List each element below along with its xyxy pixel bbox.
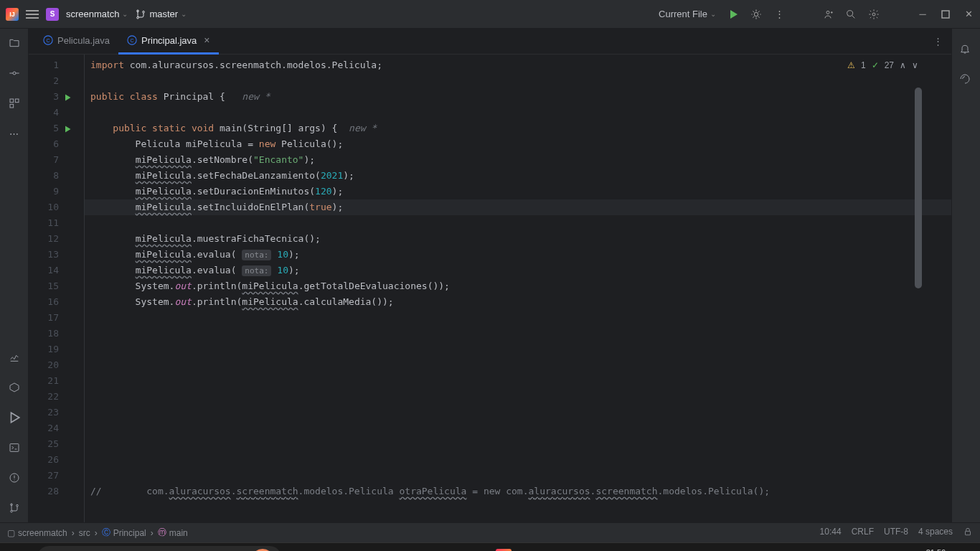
cursor-position[interactable]: 10:44 bbox=[820, 527, 842, 539]
breadcrumb-root[interactable]: ▢ screenmatch bbox=[7, 528, 67, 538]
chevron-up-icon[interactable]: ∧ bbox=[900, 60, 906, 70]
tab-options-button[interactable]: ⋮ bbox=[933, 36, 943, 47]
intellij-app[interactable]: IJ bbox=[488, 543, 519, 552]
code-editor[interactable]: 1234567891011121314151617181920212223242… bbox=[29, 55, 951, 522]
svg-text:C: C bbox=[46, 38, 50, 43]
svg-rect-19 bbox=[966, 531, 971, 534]
problems-tool-button[interactable] bbox=[7, 471, 22, 485]
check-icon: ✓ bbox=[872, 60, 879, 70]
settings-button[interactable] bbox=[868, 9, 880, 20]
tray-clock[interactable]: 21:56 15/09/2024 bbox=[916, 548, 956, 552]
code-with-me-button[interactable] bbox=[822, 9, 834, 20]
svg-point-3 bbox=[872, 13, 875, 16]
svg-point-5 bbox=[13, 72, 16, 75]
explorer-app[interactable] bbox=[356, 543, 387, 552]
line-separator[interactable]: CRLF bbox=[852, 527, 874, 539]
services-tool-button[interactable] bbox=[7, 380, 22, 395]
vcs-tool-button[interactable] bbox=[7, 501, 22, 515]
svg-rect-10 bbox=[10, 444, 19, 452]
inspection-indicator[interactable]: ⚠1 ✓27 ∧ ∨ bbox=[847, 60, 918, 70]
svg-marker-9 bbox=[10, 383, 19, 392]
left-tool-strip: ⋯ bbox=[0, 29, 29, 522]
run-tool-button[interactable] bbox=[7, 410, 22, 425]
notifications-button[interactable] bbox=[959, 43, 974, 57]
minimize-button[interactable]: ─ bbox=[917, 9, 928, 20]
more-actions-button[interactable]: ⋮ bbox=[773, 9, 785, 20]
ai-assistant-button[interactable] bbox=[959, 73, 974, 88]
status-bar: ▢ screenmatch › src › Ⓒ Principal › ⓜ ma… bbox=[0, 522, 980, 542]
warning-icon: ⚠ bbox=[847, 60, 855, 70]
code-content[interactable]: import com.aluracursos.screenmatch.model… bbox=[85, 55, 951, 522]
readonly-toggle[interactable] bbox=[963, 527, 973, 539]
close-tab-icon[interactable]: × bbox=[204, 34, 209, 46]
commit-tool-button[interactable] bbox=[7, 66, 22, 80]
start-button[interactable] bbox=[0, 543, 34, 552]
structure-tool-button[interactable] bbox=[7, 96, 22, 110]
maximize-button[interactable] bbox=[940, 9, 951, 20]
svg-point-0 bbox=[754, 12, 758, 16]
breadcrumb-class[interactable]: Ⓒ Principal bbox=[102, 527, 146, 539]
tab-principal[interactable]: C Principal.java × bbox=[118, 29, 219, 55]
indent-config[interactable]: 4 spaces bbox=[918, 527, 953, 539]
chrome-app[interactable] bbox=[389, 543, 420, 552]
taskview-button[interactable] bbox=[290, 543, 321, 552]
tab-pelicula[interactable]: C Pelicula.java bbox=[34, 29, 118, 55]
right-tool-strip bbox=[951, 29, 980, 522]
taskbar-search[interactable] bbox=[37, 546, 281, 552]
close-button[interactable]: ✕ bbox=[963, 9, 974, 20]
mail-app[interactable] bbox=[323, 543, 354, 552]
project-selector[interactable]: screenmatch ⌄ bbox=[66, 9, 128, 19]
more-tools-button[interactable]: ⋯ bbox=[7, 126, 22, 141]
search-highlight-icon bbox=[253, 549, 273, 552]
bookmarks-tool-button[interactable] bbox=[7, 350, 22, 364]
debug-button[interactable] bbox=[750, 9, 762, 20]
svg-rect-7 bbox=[15, 99, 19, 103]
svg-point-2 bbox=[847, 10, 853, 16]
svg-text:C: C bbox=[130, 38, 133, 43]
svg-rect-6 bbox=[10, 99, 14, 103]
run-button[interactable] bbox=[727, 9, 739, 20]
cortana-app[interactable] bbox=[455, 543, 486, 552]
breadcrumb-src[interactable]: src bbox=[79, 528, 90, 538]
scrollbar[interactable] bbox=[914, 88, 923, 522]
svg-point-1 bbox=[826, 11, 829, 14]
project-icon: S bbox=[46, 8, 59, 21]
svg-point-13 bbox=[10, 510, 12, 512]
chevron-down-icon[interactable]: ∨ bbox=[912, 60, 918, 70]
run-config-selector[interactable]: Current File ⌄ bbox=[659, 9, 716, 19]
windows-taskbar: IJ ˄ ESP 21:56 15/09/2024 bbox=[0, 542, 980, 551]
main-menu-button[interactable] bbox=[26, 8, 39, 21]
gutter: 1234567891011121314151617181920212223242… bbox=[29, 55, 66, 522]
svg-rect-4 bbox=[942, 11, 949, 18]
file-encoding[interactable]: UTF-8 bbox=[884, 527, 908, 539]
titlebar: IJ S screenmatch ⌄ master ⌄ Current File… bbox=[0, 0, 980, 29]
vcs-branch-selector[interactable]: master ⌄ bbox=[135, 9, 187, 20]
svg-rect-8 bbox=[10, 104, 14, 108]
edge-app[interactable] bbox=[422, 543, 453, 552]
terminal-tool-button[interactable] bbox=[7, 441, 22, 455]
intellij-icon: IJ bbox=[6, 8, 19, 21]
svg-point-12 bbox=[16, 504, 18, 507]
breadcrumb-method[interactable]: ⓜ main bbox=[158, 527, 188, 539]
project-tool-button[interactable] bbox=[7, 36, 22, 50]
search-everywhere-button[interactable] bbox=[845, 9, 857, 20]
editor-tabs: C Pelicula.java C Principal.java × ⋮ bbox=[29, 29, 951, 55]
